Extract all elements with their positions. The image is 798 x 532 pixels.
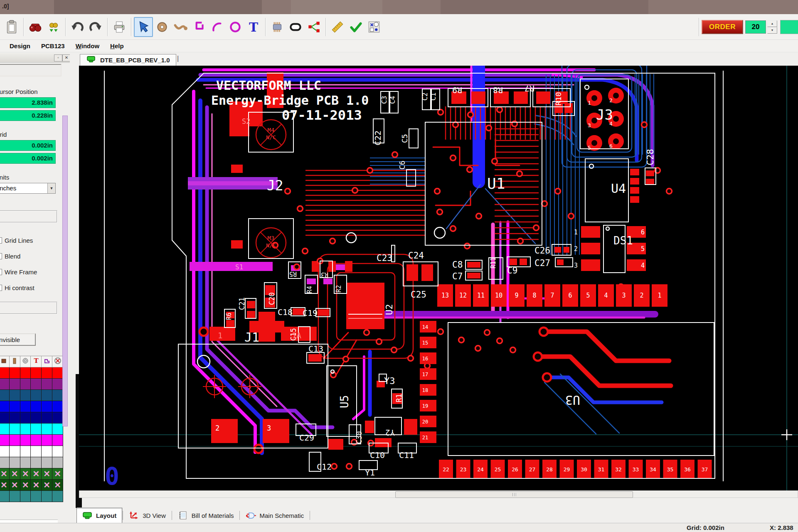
color-swatch-row3[interactable]: [42, 390, 52, 401]
color-swatch-row12[interactable]: [31, 491, 42, 502]
color-swatch-row12[interactable]: [42, 491, 52, 502]
scrollbar-thumb[interactable]: [395, 491, 633, 498]
color-swatch-row4[interactable]: [0, 401, 9, 412]
order-button[interactable]: ORDER: [702, 20, 743, 34]
color-swatch-row11[interactable]: ✕: [9, 480, 20, 491]
color-swatch-row7[interactable]: [42, 435, 52, 446]
checkbox-box[interactable]: [0, 285, 2, 291]
color-swatch-row6[interactable]: [20, 424, 31, 435]
text-tool-button[interactable]: T: [244, 17, 263, 37]
obround-tool-button[interactable]: [286, 17, 305, 37]
color-swatch-row4[interactable]: [42, 401, 52, 412]
color-swatch-row5[interactable]: [20, 412, 31, 424]
design-settings-tool-button[interactable]: [365, 17, 383, 37]
view-tab-3d-view[interactable]: 3D View: [123, 508, 171, 523]
color-swatch-row2[interactable]: [0, 379, 9, 390]
select-tool-button[interactable]: [134, 17, 153, 37]
text-icon[interactable]: T: [31, 356, 42, 367]
document-tab[interactable]: DTE_EB_PCB_REV_1.0: [80, 54, 176, 66]
color-swatch-row8[interactable]: [9, 446, 20, 457]
color-swatch-row11[interactable]: ✕: [52, 480, 63, 491]
panel-bottom-tab[interactable]: DRC/ERC|: [0, 520, 58, 523]
color-swatch-row9[interactable]: [0, 457, 9, 468]
panel-float-button[interactable]: ▫: [54, 54, 62, 62]
color-swatch-row10[interactable]: ✕: [31, 468, 42, 480]
color-swatch-row8[interactable]: [42, 446, 52, 457]
color-swatch-row11[interactable]: ✕: [31, 480, 42, 491]
panel-titlebar[interactable]: ▫ ✕: [0, 53, 70, 63]
find-next-tool-button[interactable]: [44, 17, 63, 37]
paste-tool-button[interactable]: [2, 17, 21, 37]
menu-pcb123[interactable]: PCB123: [36, 41, 70, 51]
color-swatch-row6[interactable]: [9, 424, 20, 435]
color-swatch-row11[interactable]: ✕: [0, 480, 9, 491]
checkbox-box[interactable]: [0, 237, 2, 244]
checkbox-wire-frame[interactable]: Wire Frame: [0, 268, 63, 276]
color-swatch-row9[interactable]: [42, 457, 52, 468]
color-swatch-row6[interactable]: [42, 424, 52, 435]
color-swatch-row6[interactable]: [31, 424, 42, 435]
cursor-x-field[interactable]: 2.838in: [0, 97, 56, 108]
color-swatch-row6[interactable]: [52, 424, 63, 435]
color-swatch-row4[interactable]: [9, 401, 20, 412]
undo-tool-button[interactable]: [68, 17, 86, 37]
hide-icon[interactable]: [52, 356, 63, 367]
color-swatch-row1[interactable]: [31, 367, 42, 379]
color-swatch-row2[interactable]: [31, 379, 42, 390]
color-swatch-row4[interactable]: [52, 401, 63, 412]
grid-y-field[interactable]: 0.002in: [0, 153, 56, 164]
measure-tool-button[interactable]: [328, 17, 347, 37]
chip-icon[interactable]: [0, 356, 9, 367]
panel-scrollbar[interactable]: [62, 116, 68, 426]
color-swatch-row5[interactable]: [9, 412, 20, 424]
polygon-icon[interactable]: [42, 356, 52, 367]
color-swatch-row10[interactable]: ✕: [52, 468, 63, 480]
via-icon[interactable]: [20, 356, 31, 367]
color-swatch-row7[interactable]: [52, 435, 63, 446]
color-swatch-row2[interactable]: [52, 379, 63, 390]
color-swatch-row4[interactable]: [20, 401, 31, 412]
window-titlebar[interactable]: .0]: [0, 0, 798, 14]
checkbox-blend[interactable]: Blend: [0, 252, 63, 260]
component-tool-button[interactable]: [268, 17, 286, 37]
dropdown-arrow-icon[interactable]: ▼: [47, 183, 55, 193]
horizontal-scrollbar[interactable]: [79, 490, 798, 498]
color-swatch-row9[interactable]: [9, 457, 20, 468]
menu-window[interactable]: Window: [70, 41, 105, 51]
color-swatch-row3[interactable]: [9, 390, 20, 401]
color-swatch-row5[interactable]: [31, 412, 42, 424]
arc-tool-button[interactable]: [208, 17, 226, 37]
view-tab-main-schematic[interactable]: Main Schematic: [240, 508, 309, 523]
color-swatch-row12[interactable]: [52, 491, 63, 502]
rectangle-tool-button[interactable]: [190, 17, 208, 37]
color-swatch-row11[interactable]: ✕: [42, 480, 52, 491]
checkbox-box[interactable]: [0, 269, 2, 275]
color-swatch-row2[interactable]: [9, 379, 20, 390]
color-swatch-row7[interactable]: [9, 435, 20, 446]
checkbox-grid-lines[interactable]: Grid Lines: [0, 236, 63, 244]
cursor-y-field[interactable]: 0.228in: [0, 110, 56, 121]
color-swatch-row5[interactable]: [0, 412, 9, 424]
view-tab-bill-of-materials[interactable]: Bill of Materials: [172, 508, 239, 523]
color-swatch-row2[interactable]: [42, 379, 52, 390]
color-swatch-row1[interactable]: [9, 367, 20, 379]
print-tool-button[interactable]: [110, 17, 128, 37]
drc-check-tool-button[interactable]: [347, 17, 365, 37]
trace-tool-button[interactable]: [171, 17, 190, 37]
color-swatch-row2[interactable]: [20, 379, 31, 390]
color-swatch-row12[interactable]: [20, 491, 31, 502]
checkbox-hi-contrast[interactable]: Hi contrast: [0, 283, 63, 292]
pad-tool-button[interactable]: [153, 17, 171, 37]
color-swatch-row4[interactable]: [31, 401, 42, 412]
color-swatch-row12[interactable]: [0, 491, 9, 502]
color-swatch-row3[interactable]: [20, 390, 31, 401]
color-swatch-row10[interactable]: ✕: [20, 468, 31, 480]
view-tab-layout[interactable]: Layout: [76, 508, 122, 523]
find-tool-button[interactable]: [26, 17, 44, 37]
color-swatch-row10[interactable]: ✕: [0, 468, 9, 480]
ratsnest-tool-button[interactable]: [305, 17, 323, 37]
spinner-up-button[interactable]: ▲: [767, 20, 777, 27]
color-swatch-row6[interactable]: [0, 424, 9, 435]
color-swatch-row5[interactable]: [52, 412, 63, 424]
color-swatch-row1[interactable]: [0, 367, 9, 379]
